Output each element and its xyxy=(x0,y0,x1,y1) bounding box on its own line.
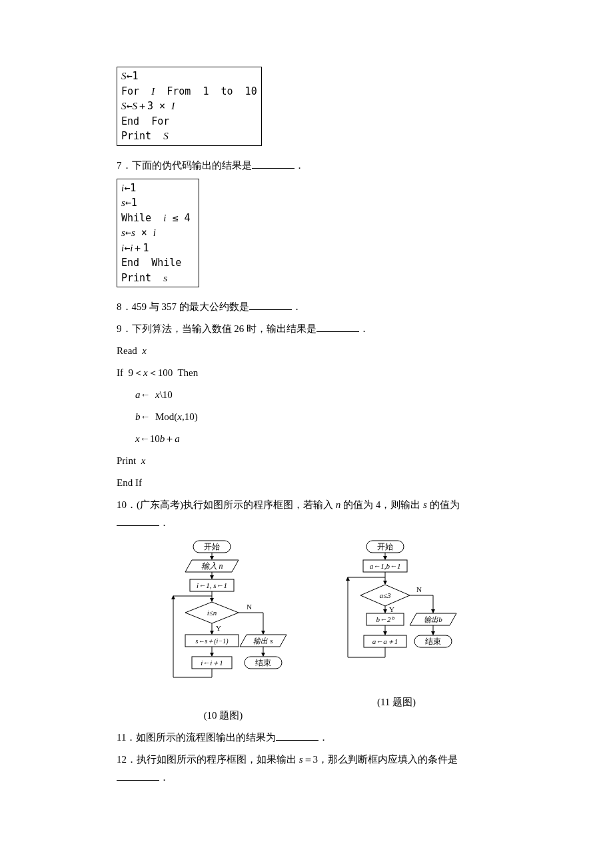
pseudocode-box-2: i←1 s←1 While i ≤ 4 s←s × i i←i＋1 End Wh… xyxy=(117,179,199,288)
alg-line: b← Mod(x,10) xyxy=(117,408,496,426)
alg-line: End If xyxy=(117,474,496,492)
question-text: 10．(广东高考)执行如图所示的程序框图，若输入 n 的值为 4，则输出 s 的… xyxy=(117,499,460,510)
question-7: 7．下面的伪代码输出的结果是． xyxy=(117,157,496,175)
question-text: 12．执行如图所示的程序框图，如果输出 s＝3，那么判断框内应填入的条件是 xyxy=(117,754,458,765)
question-8: 8．459 与 357 的最大公约数是． xyxy=(117,298,496,316)
figure-caption: (10 题图) xyxy=(153,707,293,725)
svg-text:Y: Y xyxy=(216,624,221,632)
answer-blank xyxy=(249,301,292,311)
svg-text:开始: 开始 xyxy=(204,542,220,551)
svg-text:N: N xyxy=(416,585,422,593)
alg-line: If 9＜x＜100 Then xyxy=(117,364,496,382)
svg-text:a≤3: a≤3 xyxy=(379,591,391,599)
code-line: i←1 xyxy=(121,181,195,196)
figure-caption: (11 题图) xyxy=(333,693,460,711)
code-line: s←1 xyxy=(121,195,195,211)
svg-text:N: N xyxy=(247,603,252,611)
code-line: While i ≤ 4 xyxy=(121,211,195,226)
question-text: 9．下列算法，当输入数值 26 时，输出结果是 xyxy=(117,323,316,334)
question-10: 10．(广东高考)执行如图所示的程序框图，若输入 n 的值为 4，则输出 s 的… xyxy=(117,496,496,532)
svg-text:Y: Y xyxy=(389,605,394,613)
svg-text:开始: 开始 xyxy=(377,542,393,551)
alg-line: Read x xyxy=(117,342,496,360)
code-line: End While xyxy=(121,255,195,271)
svg-text:i≤n: i≤n xyxy=(207,609,217,617)
pseudocode-box-1: SS←1←1 For I From 1 to 10 S←S＋3 × I End … xyxy=(117,67,262,146)
alg-line: a← x\10 xyxy=(117,386,496,404)
answer-blank xyxy=(276,731,318,741)
alg-line: x←10b＋a xyxy=(117,430,496,448)
code-line: s←s × i xyxy=(121,225,195,241)
question-text: 7．下面的伪代码输出的结果是 xyxy=(117,160,252,171)
figures-row: 开始 输入 n i←1, s←1 i≤n N 输出 xyxy=(117,537,496,725)
flowchart-11: 开始 a←1,b←1 a≤3 N 输出b 结束 Y xyxy=(333,537,460,691)
code-line: i←i＋1 xyxy=(121,241,195,256)
svg-text:a←1,b←1: a←1,b←1 xyxy=(370,562,401,570)
code-line: S←S＋3 × I xyxy=(121,99,257,114)
flowchart-10: 开始 输入 n i←1, s←1 i≤n N 输出 xyxy=(153,537,293,704)
answer-blank xyxy=(316,323,359,333)
svg-text:输出b: 输出b xyxy=(424,615,442,623)
svg-text:i←1, s←1: i←1, s←1 xyxy=(197,581,227,589)
svg-text:结束: 结束 xyxy=(425,637,441,646)
code-line: Print s xyxy=(121,271,195,286)
figure-11: 开始 a←1,b←1 a≤3 N 输出b 结束 Y xyxy=(333,537,460,725)
alg-line: Print x xyxy=(117,452,496,470)
question-text: 11．如图所示的流程图输出的结果为 xyxy=(117,732,276,743)
svg-text:输出 s: 输出 s xyxy=(253,637,273,645)
figure-10: 开始 输入 n i←1, s←1 i≤n N 输出 xyxy=(153,537,293,725)
svg-text:a←a＋1: a←a＋1 xyxy=(372,637,398,645)
question-9: 9．下列算法，当输入数值 26 时，输出结果是． xyxy=(117,320,496,338)
svg-text:输入 n: 输入 n xyxy=(201,561,223,571)
svg-text:s←s＋(i−1): s←s＋(i−1) xyxy=(196,637,229,645)
question-12: 12．执行如图所示的程序框图，如果输出 s＝3，那么判断框内应填入的条件是． xyxy=(117,751,496,787)
code-line: SS←1←1 xyxy=(121,69,257,84)
answer-blank xyxy=(252,159,295,169)
exam-page: SS←1←1 For I From 1 to 10 S←S＋3 × I End … xyxy=(0,0,613,868)
answer-blank xyxy=(117,771,159,781)
svg-text:i←i＋1: i←i＋1 xyxy=(201,659,223,667)
code-line: For I From 1 to 10 xyxy=(121,84,257,99)
code-line: End For xyxy=(121,114,257,129)
svg-text:结束: 结束 xyxy=(255,658,271,667)
svg-text:b←2ᵇ: b←2ᵇ xyxy=(376,615,395,623)
answer-blank xyxy=(117,517,159,527)
code-line: Print S xyxy=(121,129,257,144)
question-11: 11．如图所示的流程图输出的结果为． xyxy=(117,729,496,747)
question-text: 8．459 与 357 的最大公约数是 xyxy=(117,301,249,312)
